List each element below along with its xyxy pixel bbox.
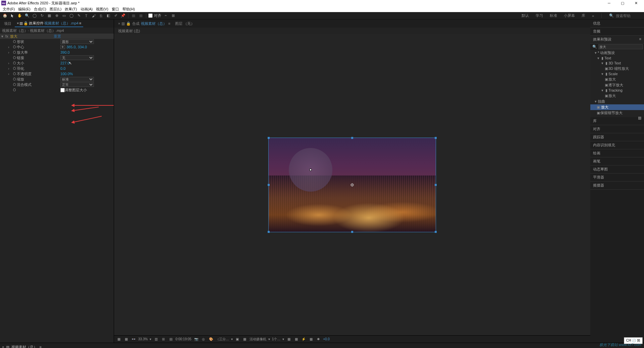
workspace-default[interactable]: 默认 — [522, 13, 529, 18]
tree-distort[interactable]: ▾扭曲 — [590, 99, 644, 104]
stopwatch-icon[interactable]: Ö — [12, 72, 17, 76]
prop-name[interactable]: 羽化 — [17, 66, 60, 71]
tab-project[interactable]: 项目 — [2, 20, 13, 27]
panel-motion-sketch[interactable]: 动态草图 — [590, 165, 644, 173]
close-button[interactable]: ✕ — [629, 0, 643, 6]
stopwatch-icon[interactable]: Ö — [12, 56, 17, 60]
panel-library[interactable]: 库 — [590, 117, 644, 125]
layer-tab[interactable]: 图层 （无） — [175, 21, 195, 26]
prop-dropdown[interactable]: 正常 — [60, 82, 94, 87]
timeline-sync-icon[interactable]: ▦ — [308, 337, 314, 342]
panel-wiggler[interactable]: 摇摆器 — [590, 182, 644, 190]
menu-layer[interactable]: 图层(L) — [48, 7, 63, 12]
stopwatch-icon[interactable]: Ö — [12, 88, 17, 92]
magnify-effect-circle[interactable] — [289, 148, 332, 192]
camera-tool[interactable]: ▦ — [46, 13, 52, 19]
tree-3d-text[interactable]: ▾▮3D Text — [590, 61, 644, 66]
snapshot-icon[interactable]: 📷 — [194, 337, 199, 342]
tree-distort-magnify[interactable]: ▣放大 — [590, 104, 644, 110]
rect-tool[interactable]: ▭ — [61, 13, 67, 19]
rotate-tool[interactable]: ↻ — [39, 13, 45, 19]
lock-icon[interactable]: ▥ — [19, 21, 23, 26]
comp-name-breadcrumb[interactable]: 视频素材 (总) — [118, 29, 140, 34]
panel-smoother[interactable]: 平滑器 — [590, 173, 644, 182]
prop-name[interactable]: 中心 — [17, 45, 60, 50]
panel-menu-icon[interactable]: ≡ — [39, 345, 41, 348]
lock-icon-2[interactable]: 🔒 — [23, 21, 28, 26]
workspace-standard[interactable]: 标准 — [550, 13, 557, 18]
resolution-dropdown[interactable]: （三分… — [216, 337, 229, 342]
panel-audio[interactable]: 音频 — [590, 28, 644, 36]
snap-edge-icon[interactable]: ⊞ — [170, 13, 176, 19]
zoom-tool[interactable]: 🔍 — [24, 13, 30, 19]
eraser-tool[interactable]: ◧ — [105, 13, 111, 19]
views-dropdown[interactable]: 1个… — [272, 337, 281, 342]
prop-dropdown[interactable]: 标准 — [60, 77, 94, 82]
workspace-learn[interactable]: 学习 — [536, 13, 543, 18]
exposure-reset-icon[interactable]: ✺ — [316, 337, 321, 342]
maximize-button[interactable]: ▢ — [616, 0, 629, 6]
caret-icon[interactable]: › — [8, 72, 12, 76]
draft-3d-icon[interactable]: ▦ — [242, 337, 248, 342]
tree-preserve-detail-magnify[interactable]: ▣保留细节放大 — [590, 110, 644, 116]
tab-effect-controls[interactable]: × ▥ 🔒 效果控件 视频素材（总）.mp4 ≡ — [15, 20, 83, 27]
prop-value[interactable]: 100.0% — [60, 72, 73, 76]
brush-tool[interactable]: 🖌 — [91, 13, 97, 19]
prop-checkbox[interactable] — [60, 88, 65, 92]
stopwatch-icon[interactable]: Ö — [12, 45, 17, 49]
tab-close-icon[interactable]: × — [118, 21, 120, 26]
fx-badge-icon[interactable]: fx — [5, 34, 10, 38]
color-mgmt-icon[interactable]: 🎨 — [208, 337, 214, 342]
transparency-grid-icon[interactable]: ▦ — [123, 337, 129, 342]
prop-value[interactable]: 385.0, 334.0 — [66, 45, 87, 49]
selection-tool[interactable] — [9, 13, 15, 19]
prop-name[interactable]: 缩放 — [17, 77, 60, 82]
panel-menu-icon[interactable]: ≡ — [168, 21, 170, 26]
menu-composition[interactable]: 合成(C) — [33, 7, 48, 12]
grid-icon[interactable]: ⊞ — [161, 337, 166, 342]
tree-scale-char-magnify[interactable]: ▣逐字放大 — [590, 82, 644, 88]
stopwatch-icon[interactable]: Ö — [12, 50, 17, 54]
panel-tracker[interactable]: 跟踪器 — [590, 133, 644, 141]
viewer-time[interactable]: 0:00:19:05 — [175, 337, 191, 341]
timeline-tab[interactable]: 视频素材（总） — [11, 345, 37, 348]
minimize-button[interactable]: ─ — [602, 0, 616, 6]
panel-info[interactable]: 信息 — [590, 19, 644, 28]
camera-dropdown[interactable]: 活动摄像机 — [250, 337, 266, 342]
menu-help[interactable]: 帮助(H) — [121, 7, 136, 12]
exposure-value[interactable]: +0.0 — [323, 337, 330, 341]
fast-preview-icon[interactable]: ⚡ — [301, 337, 306, 342]
snap-options-icon[interactable]: 𝄐 — [163, 13, 169, 19]
workspace-more-icon[interactable]: » — [592, 14, 594, 18]
composition-viewer[interactable] — [268, 138, 436, 232]
tree-scale[interactable]: ▾▮Scale — [590, 71, 644, 77]
panel-brushes[interactable]: 画笔 — [590, 157, 644, 165]
panel-align[interactable]: 对齐 — [590, 125, 644, 133]
help-search-input[interactable] — [615, 13, 642, 18]
prop-dropdown[interactable]: 无 — [60, 55, 94, 60]
stopwatch-icon[interactable]: Ö — [12, 66, 17, 70]
guides-icon[interactable]: ▤ — [168, 337, 173, 342]
menu-animation[interactable]: 动画(A) — [79, 7, 94, 12]
lock-icon[interactable]: ▥ — [6, 345, 9, 348]
comp-tab[interactable]: × ▥ 🔒 合成 视频素材（总） ≡ — [116, 20, 172, 27]
tab-close-icon[interactable]: × — [17, 21, 19, 25]
prop-value[interactable]: 390.0 — [60, 50, 70, 54]
tree-presets-root[interactable]: ▾* 动画预设 — [590, 50, 644, 56]
prop-name[interactable]: 大小 — [17, 61, 60, 66]
prop-name[interactable]: 混合模式 — [17, 82, 60, 87]
pen-tool[interactable]: ✎ — [76, 13, 82, 19]
alpha-toggle-icon[interactable]: ▦ — [116, 337, 121, 342]
workspace-lib[interactable]: 库 — [582, 13, 585, 18]
puppet-tool[interactable]: 📌 — [120, 13, 126, 19]
menu-file[interactable]: 文件(F) — [1, 7, 16, 12]
lock-icon-2[interactable]: 🔒 — [126, 21, 131, 26]
timeline-tab-close-icon[interactable]: × — [2, 345, 4, 348]
effects-search-input[interactable] — [598, 44, 643, 49]
workspace-small[interactable]: 小屏幕 — [564, 13, 575, 18]
mask-toggle-icon[interactable]: 👓 — [131, 337, 136, 342]
tree-tracking-magnify[interactable]: ▣放大 — [590, 93, 644, 99]
menu-edit[interactable]: 编辑(E) — [17, 7, 32, 12]
crosshair-icon[interactable] — [310, 169, 312, 171]
panel-content-aware[interactable]: 内容识别填充 — [590, 141, 644, 149]
